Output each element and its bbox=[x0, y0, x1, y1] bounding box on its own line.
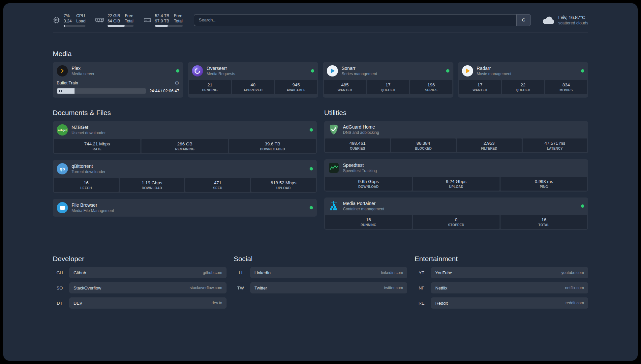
service-description: DNS and adblocking bbox=[343, 130, 379, 135]
stat-tile: 47.571 ms LATENCY bbox=[523, 138, 588, 152]
pause-icon[interactable] bbox=[59, 90, 62, 92]
stat-tile: 16 LEECH bbox=[54, 178, 119, 192]
service-description: Media server bbox=[72, 72, 94, 76]
service-card-nzbget: nzbget NZBGet Usenet downloader 744.21 M… bbox=[53, 121, 317, 154]
service-link-speedtest[interactable]: Speedtest Speedtest Tracking bbox=[324, 159, 588, 176]
service-link-qbittorrent[interactable]: qb qBittorrent Torrent downloader bbox=[53, 160, 317, 178]
weather-location-temp: Lviv, 16.87°C bbox=[558, 15, 588, 20]
bookmark-youtube: YT YouTube youtube.com bbox=[414, 267, 588, 278]
bookmark-link[interactable]: Reddit reddit.com bbox=[431, 297, 588, 309]
service-description: Torrent downloader bbox=[72, 169, 106, 174]
service-link-filebrowser[interactable]: File Browser Media File Management bbox=[53, 199, 317, 217]
bookmark-group-entertainment: Entertainment YT YouTube youtube.com NF … bbox=[414, 255, 588, 313]
bookmark-link[interactable]: YouTube youtube.com bbox=[431, 267, 588, 278]
bookmark-netflix: NF Netflix netflix.com bbox=[414, 282, 588, 293]
bookmark-abbr: YT bbox=[414, 270, 428, 275]
stat-tile: 16 TOTAL bbox=[501, 215, 587, 229]
playback-time: 24:44 / 02:06:47 bbox=[149, 89, 179, 93]
service-description: Usenet downloader bbox=[72, 131, 106, 135]
filebrowser-icon bbox=[57, 202, 68, 213]
service-link-sonarr[interactable]: Sonarr Series management bbox=[323, 62, 453, 80]
widget-settings-icon[interactable]: ⚙ bbox=[175, 80, 179, 85]
search-provider-button[interactable]: G bbox=[516, 14, 531, 26]
top-bar: 7% CPU 3.24 Load 22 GiB Free 64 GiB bbox=[53, 13, 588, 27]
cpu-usage-bar bbox=[64, 25, 85, 27]
service-link-nzbget[interactable]: nzbget NZBGet Usenet downloader bbox=[53, 121, 317, 139]
stat-tile: 9.65 Gbps DOWNLOAD bbox=[325, 177, 412, 191]
service-name: File Browser bbox=[72, 202, 114, 208]
nzbget-icon: nzbget bbox=[57, 124, 68, 136]
bookmark-abbr: GH bbox=[53, 270, 67, 275]
service-name: NZBGet bbox=[72, 125, 106, 130]
search-input[interactable] bbox=[194, 14, 516, 26]
bookmark-stackoverflow: SO StackOverflow stackoverflow.com bbox=[53, 282, 227, 293]
service-description: Series management bbox=[342, 72, 377, 76]
media-section-title: Media bbox=[53, 50, 588, 58]
stat-tile: 471 SEED bbox=[185, 178, 250, 192]
memory-icon bbox=[95, 17, 104, 23]
bookmark-linkedin: LI LinkedIn linkedin.com bbox=[234, 267, 408, 278]
cpu-load-value: 3.24 bbox=[64, 18, 72, 24]
topbar-divider bbox=[53, 33, 588, 33]
cpu-load-label: Load bbox=[76, 18, 85, 24]
bookmark-link[interactable]: LinkedIn linkedin.com bbox=[250, 267, 408, 278]
stat-tile: 196 SERIES bbox=[410, 80, 452, 94]
disk-total-label: Total bbox=[174, 18, 182, 24]
memory-free-value: 22 GiB bbox=[107, 13, 120, 18]
playback-progress-bar[interactable] bbox=[57, 88, 146, 94]
service-card-speedtest: Speedtest Speedtest Tracking 9.65 Gbps D… bbox=[324, 159, 588, 192]
weather-widget: Lviv, 16.87°C scattered clouds bbox=[542, 15, 588, 25]
service-card-radarr: Radarr Movie management 17 WANTED 22 QUE… bbox=[458, 62, 589, 98]
memory-free-label: Free bbox=[125, 13, 133, 18]
service-link-overseerr[interactable]: Overseerr Media Requests bbox=[188, 62, 319, 80]
service-description: Container management bbox=[343, 207, 384, 211]
bookmark-link[interactable]: Github github.com bbox=[69, 267, 227, 278]
bookmark-abbr: RE bbox=[414, 301, 428, 306]
service-link-radarr[interactable]: Radarr Movie management bbox=[458, 62, 589, 80]
stat-tile: 0.993 ms PING bbox=[501, 177, 587, 191]
service-description: Media File Management bbox=[72, 208, 114, 213]
bookmark-abbr: TW bbox=[234, 286, 248, 290]
disk-total-value: 97.9 TB bbox=[155, 18, 169, 24]
documents-section-title: Documents & Files bbox=[53, 109, 317, 117]
plex-now-playing-widget: Bullet Train ⚙ 24:44 / 02:06:47 bbox=[53, 80, 183, 98]
overseerr-icon bbox=[192, 65, 203, 76]
stat-tile: 945 AVAILABLE bbox=[275, 80, 317, 94]
stat-tile: 39.6 TB DOWNLOADED bbox=[229, 139, 316, 153]
service-link-plex[interactable]: Plex Media server bbox=[53, 62, 183, 80]
adguard-shield-icon bbox=[328, 124, 339, 135]
service-name: Speedtest bbox=[343, 163, 377, 168]
bookmark-link[interactable]: StackOverflow stackoverflow.com bbox=[69, 282, 227, 293]
stat-tile: 2,953 FILTERED bbox=[457, 138, 522, 152]
stat-tile: 618.52 Mbps UPLOAD bbox=[251, 178, 316, 192]
stat-tile: 744.21 Mbps RATE bbox=[54, 139, 140, 153]
service-name: Overseerr bbox=[207, 66, 235, 71]
bookmark-link[interactable]: Twitter twitter.com bbox=[250, 282, 408, 293]
speedtest-icon bbox=[328, 163, 339, 173]
service-name: Radarr bbox=[477, 66, 511, 71]
now-playing-title: Bullet Train bbox=[57, 80, 78, 85]
bookmark-abbr: SO bbox=[53, 286, 67, 290]
service-card-adguard: AdGuard Home DNS and adblocking 498,461 … bbox=[324, 121, 588, 153]
portainer-icon bbox=[328, 201, 339, 211]
bookmark-github: GH Github github.com bbox=[53, 267, 227, 278]
status-dot bbox=[176, 69, 179, 73]
disk-icon bbox=[143, 17, 151, 23]
utilities-section-title: Utilities bbox=[324, 109, 588, 117]
service-link-portainer[interactable]: Media Portainer Container management bbox=[324, 197, 588, 215]
service-description: Movie management bbox=[477, 72, 511, 76]
memory-usage-bar bbox=[107, 25, 134, 27]
service-card-portainer: Media Portainer Container management 16 … bbox=[324, 197, 588, 230]
bookmark-reddit: RE Reddit reddit.com bbox=[414, 297, 588, 309]
service-card-sonarr: Sonarr Series management 485 WANTED 17 Q… bbox=[323, 62, 453, 98]
status-dot bbox=[446, 69, 449, 73]
bookmark-twitter: TW Twitter twitter.com bbox=[234, 282, 408, 293]
service-link-adguard[interactable]: AdGuard Home DNS and adblocking bbox=[324, 121, 588, 138]
status-dot bbox=[581, 204, 584, 208]
cpu-usage-value: 7% bbox=[64, 13, 72, 18]
service-description: Speedtest Tracking bbox=[343, 168, 377, 173]
developer-group-title: Developer bbox=[53, 255, 227, 263]
bookmark-link[interactable]: Netflix netflix.com bbox=[431, 282, 588, 293]
bookmark-link[interactable]: DEV dev.to bbox=[69, 297, 227, 309]
cpu-widget: 7% CPU 3.24 Load bbox=[53, 13, 85, 27]
